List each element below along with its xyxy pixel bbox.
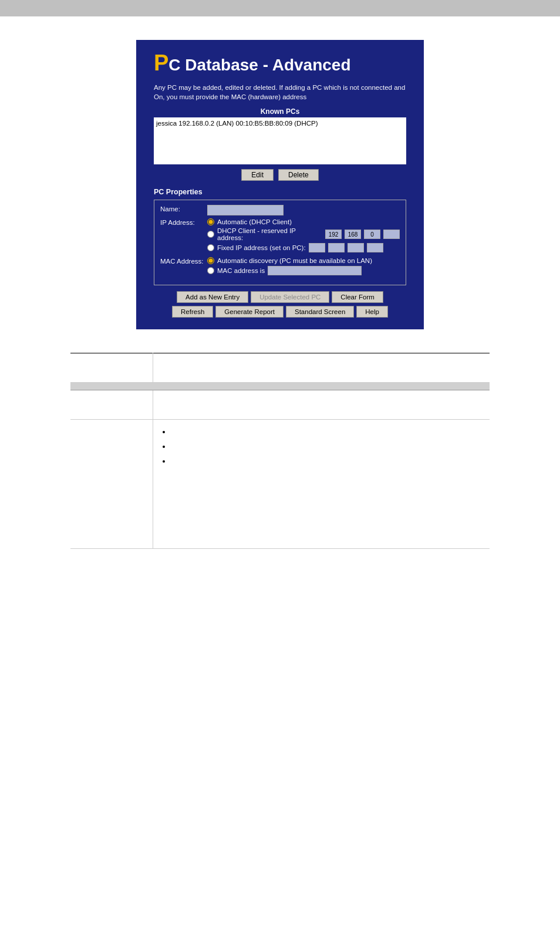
ip-fixed-seg2[interactable] (328, 243, 345, 252)
edit-button[interactable]: Edit (241, 169, 274, 181)
delete-button[interactable]: Delete (278, 169, 319, 181)
ip-seg3[interactable] (364, 230, 380, 239)
known-pcs-label: Known PCs (154, 107, 406, 116)
bullet-item-3 (171, 454, 484, 468)
table-row-1 (70, 353, 490, 383)
ip-fixed-seg3[interactable] (348, 243, 364, 252)
name-input[interactable] (207, 205, 284, 215)
ip-option1-radio[interactable] (207, 218, 214, 225)
blue-panel: P C Database - Advanced Any PC may be ad… (136, 40, 424, 329)
name-value (207, 205, 400, 215)
bottom-btn-row1: Add as New Entry Update Selected PC Clea… (154, 291, 406, 303)
table-header-cell (70, 383, 490, 390)
table-cell-label-1 (70, 353, 153, 383)
table-cell-data-1 (153, 353, 490, 383)
ip-seg1[interactable] (325, 230, 342, 239)
mac-address-input[interactable] (268, 266, 362, 275)
standard-screen-button[interactable]: Standard Screen (286, 306, 354, 318)
panel-title-big: P (154, 52, 168, 74)
table-cell-data-2 (153, 390, 490, 420)
bottom-btn-row2: Refresh Generate Report Standard Screen … (154, 306, 406, 318)
table-header-row (70, 383, 490, 390)
help-button[interactable]: Help (356, 306, 388, 318)
ip-label: IP Address: (160, 218, 207, 226)
ip-row: IP Address: Automatic (DHCP Client) DHCP… (160, 218, 400, 254)
ip-option3-radio[interactable] (207, 244, 214, 251)
name-row: Name: (160, 205, 400, 215)
panel-title-rest: C Database - Advanced (168, 56, 350, 75)
mac-row: MAC Address: Automatic discovery (PC mus… (160, 257, 400, 277)
known-pcs-list: jessica 192.168.0.2 (LAN) 00:10:B5:BB:80… (154, 117, 406, 164)
table-row-2 (70, 390, 490, 420)
ip-option3-row: Fixed IP address (set on PC): (207, 243, 400, 252)
ip-option2-label: DHCP Client - reserved IP address: (217, 227, 322, 241)
mac-option1-radio[interactable] (207, 257, 214, 264)
add-new-entry-button[interactable]: Add as New Entry (177, 291, 248, 303)
page-content: P C Database - Advanced Any PC may be ad… (0, 40, 560, 549)
ip-option2-radio[interactable] (207, 231, 214, 238)
ip-seg2[interactable] (345, 230, 361, 239)
panel-title: P C Database - Advanced (154, 52, 406, 75)
generate-report-button[interactable]: Generate Report (215, 306, 284, 318)
info-table (70, 353, 490, 549)
mac-option2-row: MAC address is (207, 266, 400, 275)
ip-options: Automatic (DHCP Client) DHCP Client - re… (207, 218, 400, 254)
table-cell-label-2 (70, 390, 153, 420)
table-row-3 (70, 420, 490, 549)
clear-form-button[interactable]: Clear Form (332, 291, 383, 303)
ip-fixed-seg4[interactable] (367, 243, 383, 252)
ip-fixed-seg1[interactable] (309, 243, 325, 252)
name-label: Name: (160, 205, 207, 213)
update-selected-button[interactable]: Update Selected PC (251, 291, 329, 303)
bullet-item-2 (171, 439, 484, 454)
mac-option1-row: Automatic discovery (PC must be availabl… (207, 257, 400, 264)
ip-seg4[interactable] (383, 230, 400, 239)
mac-label: MAC Address: (160, 257, 207, 265)
mac-option2-label: MAC address is (217, 267, 265, 274)
bullet-list (159, 424, 484, 468)
pc-properties-box: Name: IP Address: Automatic (DHCP Client… (154, 200, 406, 285)
ip-option3-label: Fixed IP address (set on PC): (217, 244, 306, 251)
mac-options: Automatic discovery (PC must be availabl… (207, 257, 400, 277)
ip-option2-row: DHCP Client - reserved IP address: (207, 227, 400, 241)
mac-option2-radio[interactable] (207, 267, 214, 274)
ip-option1-row: Automatic (DHCP Client) (207, 218, 400, 225)
table-cell-data-3 (153, 420, 490, 549)
bullet-item-1 (171, 424, 484, 439)
top-bar (0, 0, 560, 16)
table-cell-label-3 (70, 420, 153, 549)
panel-description: Any PC may be added, edited or deleted. … (154, 83, 406, 102)
mac-option1-label: Automatic discovery (PC must be availabl… (217, 257, 372, 264)
table-section (59, 353, 501, 549)
pc-properties-label: PC Properties (154, 188, 406, 196)
known-pcs-entry[interactable]: jessica 192.168.0.2 (LAN) 00:10:B5:BB:80… (156, 120, 404, 127)
ip-option1-label: Automatic (DHCP Client) (217, 218, 292, 225)
refresh-button[interactable]: Refresh (172, 306, 213, 318)
edit-delete-row: Edit Delete (154, 169, 406, 181)
